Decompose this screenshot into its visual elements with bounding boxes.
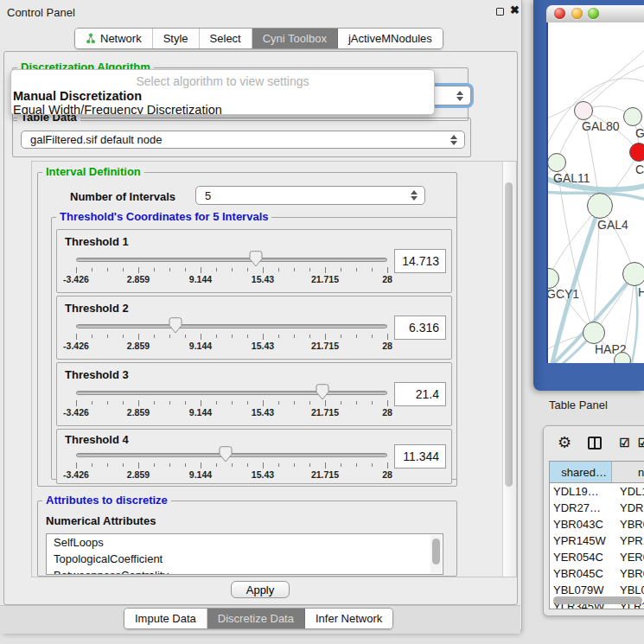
network-view-window: GAL80GACGAL11GAL4GCY1HHAP2: [533, 0, 644, 391]
tab-label: Impute Data: [135, 612, 196, 625]
tab-jactivemnodules[interactable]: jActiveMNodules: [338, 29, 443, 48]
list-item[interactable]: SelfLoops: [47, 534, 443, 551]
dropdown-option-equal-width-frequency[interactable]: Equal Width/Frequency Discretization: [13, 103, 432, 115]
slider-thumb[interactable]: [316, 384, 329, 400]
network-node[interactable]: [583, 322, 605, 344]
tab-label: Cyni Toolbox: [263, 32, 327, 45]
cell-name[interactable]: YDL1: [612, 485, 644, 498]
slider-track[interactable]: [76, 391, 387, 395]
threshold-4-box: Threshold 4 -3.4262.8599.14415.4321.7152…: [56, 429, 452, 484]
checkbox-icon[interactable]: ☑: [619, 436, 630, 450]
column-header-shared-name[interactable]: shared…: [550, 462, 612, 482]
threshold-2-box: Threshold 2 -3.4262.8599.14415.4321.7152…: [56, 296, 452, 360]
network-node[interactable]: [574, 101, 593, 120]
cell-shared-name[interactable]: YDR27…: [550, 501, 612, 514]
table-row[interactable]: YDR27…YDR2: [550, 500, 644, 516]
threshold-2-value-field[interactable]: 6.316: [394, 316, 446, 340]
cell-name[interactable]: YER0: [612, 551, 644, 564]
cell-shared-name[interactable]: YDL19…: [550, 485, 612, 498]
threshold-2-slider[interactable]: -3.4262.8599.14415.4321.71528: [76, 317, 387, 347]
numerical-attributes-list[interactable]: SelfLoopsTopologicalCoefficientBetweenne…: [46, 533, 443, 575]
network-node[interactable]: [622, 262, 644, 286]
gear-icon[interactable]: ⚙: [558, 433, 571, 452]
threshold-3-label: Threshold 3: [65, 368, 129, 381]
spinner-arrows-icon: [410, 190, 418, 201]
cell-shared-name[interactable]: YBL079W: [550, 583, 612, 596]
slider-scale-labels: -3.4262.8599.14415.4321.71528: [76, 341, 387, 351]
node-table: shared… n YDL19…YDL1YDR27…YDR2YBR043CYBR…: [549, 461, 644, 609]
list-scrollbar[interactable]: [430, 535, 442, 573]
number-of-intervals-spinner[interactable]: 5: [195, 186, 425, 205]
tab-style[interactable]: Style: [153, 29, 200, 48]
table-row[interactable]: YER054CYER0: [550, 549, 644, 565]
network-canvas[interactable]: GAL80GACGAL11GAL4GCY1HHAP2: [546, 22, 644, 363]
tab-label: Network: [100, 32, 142, 45]
vertical-scrollbar[interactable]: [502, 162, 515, 577]
slider-thumb[interactable]: [219, 446, 233, 462]
dropdown-option-manual-discretization[interactable]: Manual Discretization: [13, 89, 432, 104]
cell-shared-name[interactable]: YBR043C: [550, 518, 612, 531]
control-panel-titlebar: Control Panel ✖: [0, 0, 521, 24]
threshold-4-label: Threshold 4: [65, 433, 129, 446]
tab-label: Discretize Data: [218, 612, 294, 625]
close-traffic-light-icon[interactable]: [554, 8, 565, 19]
network-node[interactable]: [629, 143, 644, 162]
column-header-name[interactable]: n: [612, 462, 644, 482]
apply-button[interactable]: Apply: [231, 581, 290, 598]
network-node[interactable]: [623, 107, 642, 126]
slider-track[interactable]: [76, 258, 387, 262]
network-node[interactable]: [614, 352, 631, 363]
node-label: H: [638, 285, 644, 299]
control-panel-window: Control Panel ✖ Network Style Select: [0, 0, 522, 634]
threshold-1-slider[interactable]: -3.4262.8599.14415.4321.71528: [76, 251, 387, 280]
node-label: GAL80: [582, 119, 620, 133]
network-node[interactable]: [547, 153, 566, 172]
list-item[interactable]: TopologicalCoefficient: [47, 551, 443, 567]
cell-name[interactable]: YBR0: [612, 518, 644, 531]
threshold-4-slider[interactable]: -3.4262.8599.14415.4321.71528: [76, 446, 387, 475]
cell-name[interactable]: YBR0: [612, 567, 644, 580]
threshold-2-label: Threshold 2: [65, 302, 129, 315]
cell-shared-name[interactable]: YER054C: [550, 551, 612, 564]
tab-discretize-data[interactable]: Discretize Data: [207, 609, 305, 628]
cell-shared-name[interactable]: YBR045C: [550, 567, 612, 580]
table-row[interactable]: YBR043CYBR0: [550, 516, 644, 532]
tab-impute-data[interactable]: Impute Data: [124, 609, 207, 628]
cell-name[interactable]: YBL0: [612, 583, 644, 596]
horizontal-scrollbar[interactable]: [553, 596, 644, 605]
cell-name[interactable]: YPR1: [612, 534, 644, 547]
list-item[interactable]: BetweennessCentrality: [47, 567, 443, 575]
tab-cyni-toolbox[interactable]: Cyni Toolbox: [252, 29, 338, 48]
close-icon[interactable]: ✖: [510, 3, 520, 16]
tab-infer-network[interactable]: Infer Network: [305, 609, 392, 628]
threshold-3-value-field[interactable]: 21.4: [394, 382, 446, 406]
threshold-4-value-field[interactable]: 11.344: [394, 444, 446, 469]
table-panel: ⚙ ☑ ☑ shared… n YDL19…YDL1YDR27…YDR2YBR0…: [543, 425, 644, 616]
threshold-1-value-field[interactable]: 14.713: [394, 249, 446, 273]
number-of-intervals-value: 5: [196, 189, 410, 202]
table-data-select[interactable]: galFiltered.sif default node: [21, 131, 465, 149]
minimize-traffic-light-icon[interactable]: [571, 8, 583, 19]
checkbox-icon[interactable]: ☑: [638, 436, 644, 450]
tab-select[interactable]: Select: [200, 29, 252, 48]
split-columns-icon[interactable]: [588, 437, 602, 450]
numerical-attributes-label: Numerical Attributes: [46, 514, 156, 527]
network-node[interactable]: [587, 193, 613, 219]
tab-label: Infer Network: [316, 612, 382, 625]
float-window-icon[interactable]: [496, 8, 504, 16]
slider-thumb[interactable]: [249, 251, 263, 267]
tab-network[interactable]: Network: [75, 29, 153, 48]
table-row[interactable]: YDL19…YDL1: [550, 483, 644, 500]
zoom-traffic-light-icon[interactable]: [588, 8, 599, 19]
cell-name[interactable]: YDR2: [612, 501, 644, 514]
slider-track[interactable]: [76, 324, 387, 328]
table-row[interactable]: YBR045CYBR0: [550, 565, 644, 582]
screen: Control Panel ✖ Network Style Select: [0, 0, 644, 644]
interval-definition-title: Interval Definition: [42, 166, 144, 177]
slider-scale-labels: -3.4262.8599.14415.4321.71528: [76, 274, 387, 284]
threshold-3-slider[interactable]: -3.4262.8599.14415.4321.71528: [76, 384, 387, 413]
node-label: GAL11: [553, 171, 590, 185]
cell-shared-name[interactable]: YPR145W: [550, 534, 612, 547]
slider-thumb[interactable]: [169, 317, 182, 334]
table-row[interactable]: YPR145WYPR1: [550, 532, 644, 549]
